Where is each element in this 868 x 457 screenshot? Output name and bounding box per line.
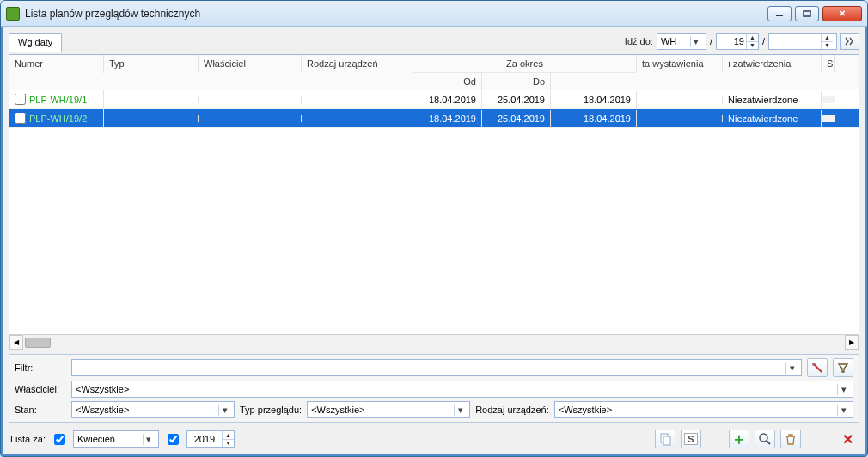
chevron-down-icon: ▾ bbox=[454, 405, 466, 416]
filter-panel: Filtr: ▾ Właściciel: <Wszystkie> ▾ bbox=[9, 354, 859, 423]
bottom-toolbar: Lista za: Kwiecień ▾ ▲▼ S ＋ bbox=[9, 426, 859, 448]
tab-by-date[interactable]: Wg daty bbox=[9, 33, 62, 52]
maximize-button[interactable] bbox=[795, 6, 819, 21]
goto-year-input[interactable] bbox=[769, 34, 821, 49]
status-s-button[interactable]: S bbox=[681, 430, 701, 448]
filter-combo[interactable]: ▾ bbox=[71, 359, 802, 376]
titlebar[interactable]: Lista planów przeglądów technicznych ✕ bbox=[1, 1, 867, 27]
review-type-value: <Wszystkie> bbox=[311, 405, 364, 415]
content-area: Wg daty Idź do: WH ▾ / ▲▼ / ▲▼ bbox=[3, 27, 865, 454]
goto-slash-2: / bbox=[762, 36, 765, 46]
spinner-down-icon[interactable]: ▼ bbox=[747, 42, 758, 50]
col-header-issued[interactable]: ta wystawienia bbox=[637, 55, 723, 73]
goto-number-spinner[interactable]: ▲▼ bbox=[716, 33, 759, 50]
close-window-button[interactable]: ✕ bbox=[837, 430, 858, 448]
cell-to: 25.04.2019 bbox=[482, 110, 551, 127]
goto-number-input[interactable] bbox=[717, 34, 746, 49]
chevron-down-icon: ▾ bbox=[143, 434, 155, 445]
list-year-checkbox[interactable] bbox=[168, 434, 179, 445]
year-spinner[interactable]: ▲▼ bbox=[186, 430, 235, 448]
device-kind-label: Rodzaj urządzeń: bbox=[475, 405, 549, 415]
spinner-up-icon[interactable]: ▲ bbox=[223, 431, 234, 440]
state-label: Stan: bbox=[15, 405, 66, 415]
col-header-approved[interactable]: ı zatwierdzenia bbox=[723, 55, 822, 73]
col-header-from[interactable]: Od bbox=[413, 73, 482, 90]
magnifier-icon bbox=[758, 432, 772, 446]
review-type-combo[interactable]: <Wszystkie> ▾ bbox=[307, 401, 470, 418]
row-checkbox[interactable] bbox=[15, 113, 26, 124]
goto-year-spinner[interactable]: ▲▼ bbox=[768, 33, 837, 50]
scroll-right-icon[interactable]: ▶ bbox=[845, 335, 859, 350]
cell-to: 25.04.2019 bbox=[482, 91, 551, 108]
cell-approved bbox=[637, 115, 723, 122]
state-combo[interactable]: <Wszystkie> ▾ bbox=[71, 401, 235, 418]
spinner-down-icon[interactable]: ▼ bbox=[223, 440, 234, 448]
col-header-type[interactable]: Typ bbox=[104, 55, 199, 73]
review-type-label: Typ przeglądu: bbox=[240, 405, 302, 415]
spinner-down-icon[interactable]: ▼ bbox=[822, 42, 833, 50]
svg-point-4 bbox=[760, 434, 767, 442]
scroll-thumb[interactable] bbox=[25, 338, 51, 348]
col-header-to[interactable]: Do bbox=[482, 73, 551, 90]
owner-value: <Wszystkie> bbox=[76, 384, 129, 394]
cell-owner bbox=[199, 115, 302, 122]
owner-combo[interactable]: <Wszystkie> ▾ bbox=[71, 381, 853, 398]
month-value: Kwiecień bbox=[77, 434, 115, 444]
list-for-label: Lista za: bbox=[10, 434, 46, 444]
filter-builder-button[interactable] bbox=[833, 358, 853, 377]
goto-label: Idź do: bbox=[625, 36, 653, 46]
cell-owner bbox=[199, 96, 302, 103]
window-title: Lista planów przeglądów technicznych bbox=[25, 8, 767, 20]
col-header-state[interactable]: Stan bbox=[822, 55, 835, 73]
cell-state: Niezatwierdzone bbox=[723, 91, 822, 108]
delete-button[interactable] bbox=[780, 430, 801, 448]
letter-s-icon: S bbox=[684, 433, 697, 445]
grid-body[interactable]: PLP-WH/19/1 18.04.2019 25.04.2019 18.04.… bbox=[9, 90, 859, 334]
row-number-label: PLP-WH/19/1 bbox=[29, 94, 87, 105]
col-header-period-group[interactable]: Za okres bbox=[413, 55, 637, 73]
cell-number[interactable]: PLP-WH/19/2 bbox=[9, 109, 104, 127]
horizontal-scrollbar[interactable]: ◀ ▶ bbox=[9, 334, 859, 350]
app-icon bbox=[6, 7, 20, 21]
app-window: Lista planów przeglądów technicznych ✕ W… bbox=[0, 0, 868, 457]
year-input[interactable] bbox=[187, 431, 222, 447]
add-button[interactable]: ＋ bbox=[729, 430, 749, 448]
cell-from: 18.04.2019 bbox=[413, 91, 482, 108]
table-row[interactable]: PLP-WH/19/2 18.04.2019 25.04.2019 18.04.… bbox=[9, 109, 859, 128]
preview-button[interactable] bbox=[755, 430, 775, 448]
close-button[interactable]: ✕ bbox=[822, 6, 862, 21]
scroll-left-icon[interactable]: ◀ bbox=[9, 335, 23, 350]
row-number-label: PLP-WH/19/2 bbox=[29, 113, 87, 124]
filter-label: Filtr: bbox=[15, 363, 66, 373]
col-header-owner[interactable]: Właściciel bbox=[199, 55, 302, 73]
cell-type bbox=[104, 115, 199, 122]
minimize-button[interactable] bbox=[767, 6, 792, 21]
cell-state: Niezatwierdzone bbox=[723, 110, 822, 127]
spinner-up-icon[interactable]: ▲ bbox=[822, 34, 833, 42]
goto-symbol-combo[interactable]: WH ▾ bbox=[657, 33, 706, 50]
cell-number[interactable]: PLP-WH/19/1 bbox=[9, 90, 104, 108]
cell-type bbox=[104, 96, 199, 103]
list-month-checkbox[interactable] bbox=[54, 434, 65, 445]
col-header-number[interactable]: Numer bbox=[9, 55, 104, 73]
svg-line-5 bbox=[767, 441, 770, 444]
plans-grid: Numer Typ Właściciel Rodzaj urządzeń Za … bbox=[9, 54, 859, 350]
col-header-device-kind[interactable]: Rodzaj urządzeń bbox=[302, 55, 413, 73]
owner-label: Właściciel: bbox=[15, 384, 66, 394]
month-combo[interactable]: Kwiecień ▾ bbox=[73, 430, 159, 448]
row-checkbox[interactable] bbox=[15, 94, 26, 105]
table-row[interactable]: PLP-WH/19/1 18.04.2019 25.04.2019 18.04.… bbox=[9, 90, 859, 109]
spinner-up-icon[interactable]: ▲ bbox=[747, 34, 758, 42]
copy-button[interactable] bbox=[655, 430, 675, 448]
plus-icon: ＋ bbox=[731, 429, 747, 449]
device-kind-combo[interactable]: <Wszystkie> ▾ bbox=[554, 401, 853, 418]
cell-kind bbox=[302, 115, 413, 122]
cell-approved bbox=[637, 96, 723, 103]
state-value: <Wszystkie> bbox=[76, 405, 129, 415]
goto-slash-1: / bbox=[710, 36, 712, 46]
cell-from: 18.04.2019 bbox=[413, 110, 482, 127]
chevron-down-icon: ▾ bbox=[690, 36, 702, 47]
cell-issued: 18.04.2019 bbox=[551, 110, 637, 127]
clear-filter-button[interactable] bbox=[807, 358, 828, 377]
goto-run-button[interactable] bbox=[840, 33, 859, 50]
